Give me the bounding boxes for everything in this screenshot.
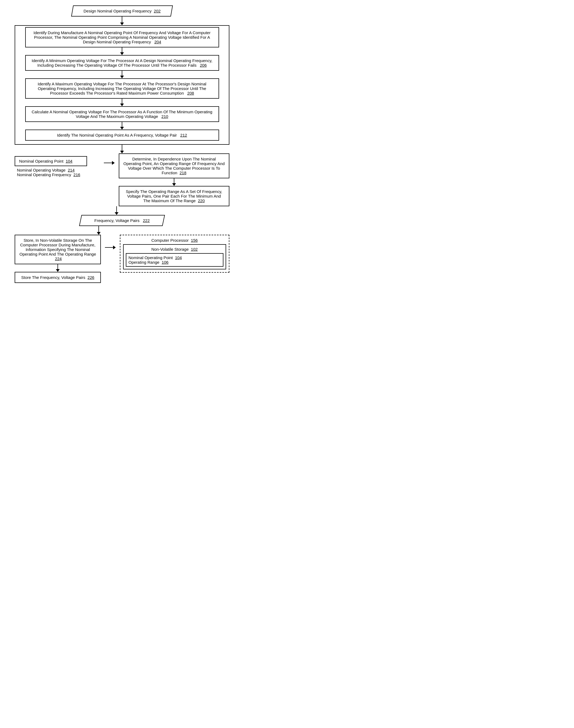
node-212-num: 212 [180, 133, 187, 137]
node-216: Nominal Operating Frequency 216 [17, 172, 80, 177]
node-220-num: 220 [198, 199, 205, 203]
node-214-num: 214 [68, 168, 75, 172]
node-220: Specify The Operating Range As A Set Of … [119, 186, 230, 206]
bottom-left-col: Store, In Non-Volatile Storage On The Co… [15, 235, 100, 283]
node-208-num: 208 [188, 91, 194, 95]
node-106-text: Operating Range [128, 260, 159, 264]
node-208: Identify A Maximum Operating Voltage For… [25, 78, 219, 99]
node-216-text: Nominal Operating Frequency [17, 172, 71, 177]
node-106-num: 106 [162, 260, 168, 264]
node-102-num: 102 [191, 247, 198, 252]
node-224: Store, In Non-Volatile Storage On The Co… [15, 235, 100, 264]
node-214-text: Nominal Operating Voltage [17, 168, 65, 172]
node-204-text: Identify During Manufacture A Nominal Op… [34, 30, 211, 44]
node-104b-text: Nominal Operating Point [128, 255, 173, 260]
node-212: Identify The Nominal Operating Point As … [25, 130, 219, 141]
node-202: Design Nominal Operating Frequency 202 [71, 5, 173, 16]
node-104: Nominal Operating Point 104 [15, 156, 87, 166]
arrow-224-226 [15, 264, 100, 272]
node-224-num: 224 [55, 256, 62, 261]
node-222-label: Frequency, Voltage Pairs [94, 218, 139, 223]
node-206-num: 206 [200, 63, 207, 68]
node-226-num: 226 [88, 275, 94, 280]
bottom-right-col: Computer Processor 156 Non-Volatile Stor… [120, 235, 230, 273]
node-104b-num: 104 [175, 255, 182, 260]
bottom-section: Store, In Non-Volatile Storage On The Co… [15, 235, 229, 283]
computer-processor-box: Computer Processor 156 Non-Volatile Stor… [120, 235, 230, 273]
node-210-num: 210 [161, 114, 168, 119]
node-218-text: Determine, In Dependence Upon The Nomina… [123, 157, 225, 175]
flowchart-diagram: Design Nominal Operating Frequency 202 I… [5, 5, 239, 283]
node-216-num: 216 [74, 172, 80, 177]
node-210-text: Calculate A Nominal Operating Voltage Fo… [32, 110, 212, 119]
arrow-212-mid [120, 145, 124, 154]
node-202-num: 202 [154, 9, 161, 13]
node-204: Identify During Manufacture A Nominal Op… [25, 27, 219, 47]
node-224-text: Store, In Non-Volatile Storage On The Co… [19, 238, 96, 256]
node-218-num: 218 [179, 170, 186, 175]
node-206: Identify A Minimum Operating Voltage For… [25, 55, 219, 71]
node-156-num: 156 [191, 238, 198, 243]
arrow-218-220 [119, 178, 230, 186]
node-220-text: Specify The Operating Range As A Set Of … [126, 189, 222, 203]
node-210: Calculate A Nominal Operating Voltage Fo… [25, 106, 219, 122]
node-104-num: 104 [66, 159, 72, 163]
node-218: Determine, In Dependence Upon The Nomina… [119, 154, 230, 178]
node-222-num: 222 [143, 218, 150, 223]
node-214: Nominal Operating Voltage 214 [17, 168, 80, 172]
non-volatile-storage-box: Non-Volatile Storage 102 Nominal Operati… [123, 244, 226, 269]
arrow-204-206 [120, 47, 124, 55]
arrow-206-208 [120, 71, 124, 78]
arrow-222-bottom [97, 226, 100, 235]
node-206-text: Identify A Minimum Operating Voltage For… [32, 58, 212, 68]
node-226: Store The Frequency, Voltage Pairs 226 [15, 272, 100, 283]
outer-process-rect: Identify During Manufacture A Nominal Op… [15, 25, 229, 145]
nop-range-box: Nominal Operating Point 104 Operating Ra… [126, 253, 223, 267]
node-226-text: Store The Frequency, Voltage Pairs [21, 275, 85, 280]
node-222: Frequency, Voltage Pairs 222 [79, 215, 165, 226]
arrow-208-210 [120, 99, 124, 106]
node-202-label: Design Nominal Operating Frequency [83, 9, 152, 13]
node-212-text: Identify The Nominal Operating Point As … [57, 133, 177, 137]
node-102-text: Non-Volatile Storage [151, 247, 189, 252]
arrow-202-204 [120, 16, 124, 25]
node-208-text: Identify A Maximum Operating Voltage For… [38, 82, 206, 95]
arrow-210-212 [120, 122, 124, 130]
node-156-text: Computer Processor [151, 238, 189, 243]
node-204-num: 204 [154, 40, 161, 44]
node-104-text: Nominal Operating Point [19, 159, 63, 163]
